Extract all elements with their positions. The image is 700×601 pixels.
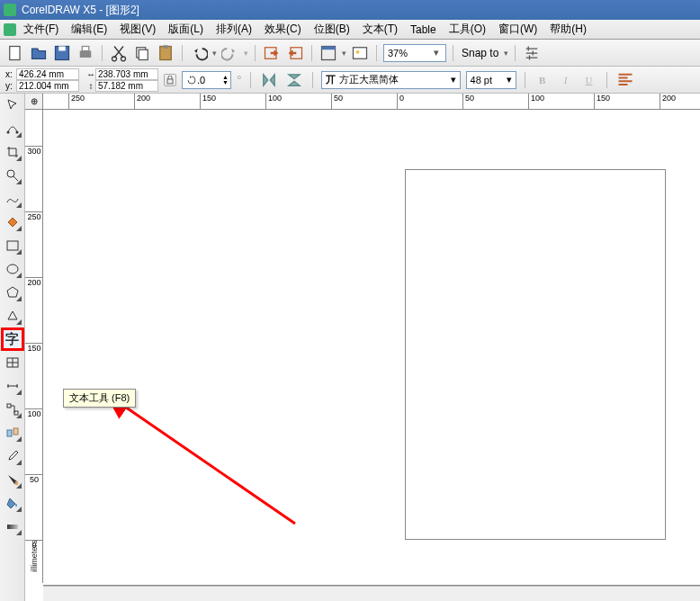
font-prefix-icon: 丌 <box>326 73 336 86</box>
bold-button[interactable]: B <box>534 71 552 89</box>
ruler-tick: 100 <box>265 94 282 110</box>
menu-table[interactable]: Table <box>410 23 436 36</box>
menu-text[interactable]: 文本(T) <box>363 22 398 37</box>
print-button[interactable] <box>76 43 95 63</box>
text-tool[interactable]: 字 <box>3 329 22 349</box>
text-align-button[interactable] <box>615 70 635 90</box>
font-size-combo[interactable]: 48 pt ▾ <box>466 71 516 89</box>
horizontal-ruler[interactable]: 250 200 150 100 50 0 50 100 150 200 <box>43 94 700 110</box>
freehand-tool[interactable] <box>3 189 22 209</box>
height-value[interactable]: 57.182 mm <box>95 80 158 92</box>
lock-ratio-button[interactable] <box>164 74 176 86</box>
doc-icon <box>4 23 16 36</box>
separator <box>311 45 312 61</box>
snap-dropdown-icon[interactable]: ▾ <box>504 49 508 58</box>
mirror-h-button[interactable] <box>259 70 279 90</box>
undo-dropdown-icon[interactable]: ▾ <box>212 49 217 58</box>
polygon-tool[interactable] <box>3 283 22 302</box>
menu-file[interactable]: 文件(F) <box>23 22 58 37</box>
separator <box>376 45 377 61</box>
new-button[interactable] <box>5 43 25 63</box>
ellipse-tool[interactable] <box>3 259 22 279</box>
svg-rect-0 <box>10 46 20 59</box>
copy-button[interactable] <box>132 43 152 63</box>
paste-button[interactable] <box>156 43 175 63</box>
svg-rect-14 <box>322 46 336 49</box>
x-label: x: <box>5 69 16 79</box>
rotate-icon <box>186 75 197 85</box>
spinner-arrows[interactable]: ▲▼ <box>222 75 229 85</box>
underline-button[interactable]: U <box>580 71 598 89</box>
separator <box>312 72 313 88</box>
open-button[interactable] <box>29 43 49 63</box>
rectangle-tool[interactable] <box>3 236 22 256</box>
svg-rect-29 <box>7 525 18 529</box>
interactive-fill-tool[interactable] <box>3 516 22 536</box>
crop-tool[interactable] <box>3 142 22 162</box>
svg-rect-24 <box>7 404 11 408</box>
connector-tool[interactable] <box>3 399 22 419</box>
launcher-dropdown-icon[interactable]: ▾ <box>342 49 346 58</box>
italic-button[interactable]: I <box>557 71 575 89</box>
svg-point-16 <box>356 49 360 53</box>
menu-effects[interactable]: 效果(C) <box>265 22 301 37</box>
eyedropper-tool[interactable] <box>3 446 22 466</box>
basic-shapes-tool[interactable] <box>3 306 22 326</box>
snap-to-label[interactable]: Snap to <box>460 47 500 59</box>
drawing-canvas[interactable]: 文本工具 (F8) <box>43 110 700 583</box>
menu-help[interactable]: 帮助(H) <box>550 22 587 37</box>
zoom-tool[interactable] <box>3 166 22 185</box>
save-button[interactable] <box>52 43 72 63</box>
menu-window[interactable]: 窗口(W) <box>498 22 537 37</box>
y-value[interactable]: 212.004 mm <box>16 80 79 92</box>
size-fields: ↔238.703 mm ↕57.182 mm <box>85 68 158 92</box>
import-button[interactable] <box>262 43 282 63</box>
menu-layout[interactable]: 版面(L) <box>168 22 203 37</box>
outline-tool[interactable] <box>3 470 22 489</box>
separator <box>453 45 453 61</box>
ruler-origin[interactable]: ⊕ <box>25 94 43 110</box>
redo-dropdown-icon[interactable]: ▾ <box>244 49 248 58</box>
menu-edit[interactable]: 编辑(E) <box>71 22 107 37</box>
table-tool[interactable] <box>3 353 22 372</box>
zoom-combo[interactable]: 37% ▾ <box>383 44 446 62</box>
ruler-tick: 250 <box>25 211 43 221</box>
menu-arrange[interactable]: 排列(A) <box>216 22 252 37</box>
separator <box>515 45 516 61</box>
fill-tool[interactable] <box>3 493 22 513</box>
separator <box>182 45 183 61</box>
x-value[interactable]: 426.24 mm <box>16 68 79 80</box>
menu-bitmap[interactable]: 位图(B) <box>314 22 350 37</box>
ruler-tick: 50 <box>331 94 343 110</box>
interactive-blend-tool[interactable] <box>3 423 22 443</box>
ruler-tick: 200 <box>660 94 676 110</box>
export-button[interactable] <box>285 43 305 63</box>
units-label: illimeters <box>25 511 43 601</box>
svg-rect-3 <box>80 50 92 58</box>
svg-rect-4 <box>82 46 89 50</box>
svg-point-20 <box>7 170 14 177</box>
cut-button[interactable] <box>109 43 129 63</box>
mirror-v-button[interactable] <box>284 70 304 90</box>
pick-tool[interactable] <box>3 95 22 115</box>
separator <box>525 72 525 88</box>
menu-tools[interactable]: 工具(O) <box>449 22 486 37</box>
smart-fill-tool[interactable] <box>3 212 22 232</box>
svg-rect-15 <box>354 47 367 58</box>
ruler-tick: 50 <box>462 94 474 110</box>
annotation-arrow <box>106 389 313 542</box>
undo-button[interactable] <box>189 43 209 63</box>
rotation-field[interactable]: .0 ▲▼ <box>182 71 231 89</box>
menu-view[interactable]: 视图(V) <box>120 22 156 37</box>
redo-button[interactable] <box>220 43 240 63</box>
options-button[interactable] <box>522 43 542 63</box>
shape-tool[interactable] <box>3 119 22 139</box>
title-bar: CorelDRAW X5 - [图形2] <box>0 0 700 20</box>
svg-line-30 <box>122 405 295 524</box>
welcome-button[interactable] <box>350 43 370 63</box>
font-family-combo[interactable]: 丌 方正大黑简体 ▾ <box>321 71 461 89</box>
width-value[interactable]: 238.703 mm <box>95 68 158 80</box>
dimension-tool[interactable] <box>3 376 22 396</box>
app-launcher-button[interactable] <box>319 43 338 63</box>
horizontal-scrollbar[interactable] <box>43 586 700 601</box>
